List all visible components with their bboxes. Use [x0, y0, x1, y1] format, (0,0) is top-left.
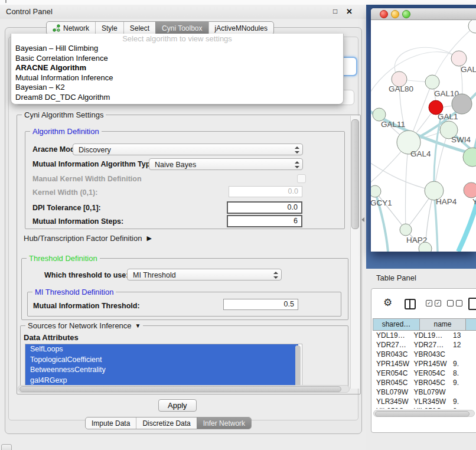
network-node-gcy1[interactable]: [371, 185, 381, 197]
network-node-label-y: Y: [472, 197, 476, 206]
table-row[interactable]: YDR27…YDR27…12: [373, 340, 476, 350]
mi-algorithm-type-label: Mutual Information Algorithm Type:: [32, 160, 157, 168]
tab-discretize-data[interactable]: Discretize Data: [136, 418, 196, 429]
network-node-y[interactable]: [464, 182, 476, 198]
sources-group-title-row[interactable]: Sources for Network Inference ▼: [25, 321, 143, 330]
tab-infer-network[interactable]: Infer Network: [197, 418, 251, 429]
aracne-mode-select[interactable]: Discovery: [73, 144, 303, 155]
network-window-titlebar[interactable]: [371, 8, 476, 20]
gear-icon[interactable]: ⚙: [383, 297, 392, 309]
which-threshold-select[interactable]: MI Threshold: [127, 269, 282, 281]
threshold-definition-title: Threshold Definition: [27, 254, 100, 263]
control-panel-title: Control Panel: [6, 5, 53, 19]
apply-button[interactable]: Apply: [158, 399, 197, 412]
checked-box-icon: ✓: [435, 300, 441, 306]
which-threshold-value: MI Threshold: [133, 271, 176, 279]
tab-jactivemnodules[interactable]: jActiveMNodules: [208, 22, 273, 34]
minimize-window-icon[interactable]: [391, 10, 399, 18]
settings-hscrollbar[interactable]: [18, 385, 350, 393]
close-panel-icon[interactable]: ✕: [346, 7, 353, 16]
corner-button[interactable]: [1, 444, 12, 450]
panel-splitter-handle[interactable]: [361, 217, 364, 222]
close-window-icon[interactable]: [380, 10, 388, 18]
dropdown-item-basic-correlation-inference[interactable]: Basic Correlation Inference: [11, 54, 343, 64]
attribute-item-selfloops[interactable]: SelfLoops: [25, 344, 298, 355]
table-row[interactable]: YPR145WYPR145W9.: [373, 359, 476, 369]
column-header-name[interactable]: name: [419, 319, 465, 330]
network-node-gal10[interactable]: [425, 75, 439, 89]
column-header-shared[interactable]: shared…: [373, 319, 419, 330]
kernel-width-field[interactable]: 0.0: [229, 186, 302, 197]
tab-style[interactable]: Style: [95, 22, 123, 34]
sources-group-title: Sources for Network Inference: [28, 321, 132, 330]
table-row[interactable]: YBR043CYBR043C: [373, 350, 476, 359]
algorithm-dropdown: Select algorithm to view settingsBayesia…: [11, 34, 344, 105]
attribute-item-gal4rgexp[interactable]: gal4RGexp: [25, 376, 298, 386]
dropdown-item-mutual-information-inference[interactable]: Mutual Information Inference: [11, 73, 343, 83]
tab-network[interactable]: Network: [47, 22, 95, 34]
float-window-icon[interactable]: □: [333, 7, 337, 16]
mi-algorithm-type-select[interactable]: Naive Bayes: [149, 158, 303, 170]
network-node-label-hap4: HAP4: [436, 197, 457, 206]
network-node-hap2[interactable]: [400, 224, 412, 236]
network-node-gal[interactable]: [451, 51, 467, 66]
collapsed-arrow-icon[interactable]: ▶: [146, 234, 151, 242]
network-canvas[interactable]: GALGAL80GAL10GAL1GAL11SWI4GAL4GCY1HAP4YH…: [371, 20, 476, 252]
table-cell: 12: [447, 340, 476, 350]
split-columns-icon[interactable]: [405, 299, 416, 309]
table-row[interactable]: YBL079WYBL079W: [373, 387, 476, 397]
dpi-tolerance-field[interactable]: 0.0: [227, 201, 302, 214]
expanded-arrow-icon[interactable]: ▼: [135, 322, 141, 329]
screen: { "window": {"title": "Control Panel"}, …: [0, 0, 476, 450]
network-node-gal11[interactable]: [373, 108, 386, 121]
table-row[interactable]: YDL19…YDL19…13: [373, 331, 476, 340]
zoom-window-icon[interactable]: [402, 10, 410, 18]
hub-transcription-section[interactable]: Hub/Transcription Factor Definition ▶: [24, 234, 152, 243]
column-header-2[interactable]: [465, 319, 476, 330]
dropdown-item-aracne-algorithm[interactable]: ARACNE Algorithm: [11, 63, 343, 73]
dropdown-item-dream8-dc-tdc-algorithm[interactable]: Dream8 DC_TDC Algorithm: [11, 93, 343, 103]
network-node-label-gal80: GAL80: [389, 84, 413, 93]
select-checkboxes-icon[interactable]: ✓ ✓: [426, 300, 441, 306]
table-cell: YBR043C: [410, 350, 447, 359]
dropdown-item-bayesian-k2[interactable]: Bayesian – K2: [11, 83, 343, 93]
table-cell: YLR345W: [373, 397, 410, 406]
table-row[interactable]: YLR345WYLR345W9.: [373, 397, 476, 406]
table-cell: 9.: [447, 359, 476, 369]
attribute-item-topologicalcoefficient[interactable]: TopologicalCoefficient: [25, 355, 298, 366]
attribute-item-betweennesscentrality[interactable]: BetweennessCentrality: [25, 365, 298, 376]
mi-steps-field[interactable]: 6: [227, 215, 302, 227]
settings-scrollbar-thumb[interactable]: [351, 119, 359, 229]
table-row[interactable]: YER054CYER054C8.: [373, 369, 476, 378]
table-body: YDL19…YDL19…13YDR27…YDR27…12YBR043CYBR04…: [373, 331, 476, 409]
tab-label: Cyni Toolbox: [162, 24, 202, 32]
tab-impute-data[interactable]: Impute Data: [86, 418, 136, 429]
network-node-label-gal11: GAL11: [381, 120, 405, 129]
network-view-window[interactable]: GALGAL80GAL10GAL1GAL11SWI4GAL4GCY1HAP4YH…: [371, 8, 476, 252]
tab-select[interactable]: Select: [123, 22, 155, 34]
which-threshold-label: Which threshold to use:: [44, 271, 128, 279]
deselect-checkboxes-icon[interactable]: [447, 300, 462, 306]
mi-steps-label: Mutual Information Steps:: [32, 217, 123, 226]
table-cell: YER054C: [373, 369, 410, 378]
settings-hscrollbar-thumb[interactable]: [19, 386, 341, 392]
manual-kernel-width-checkbox[interactable]: [297, 174, 306, 183]
attributes-list-scrollbar[interactable]: [295, 345, 301, 387]
table-hscrollbar[interactable]: [373, 410, 475, 417]
spinner-arrows-icon: [273, 272, 278, 279]
table-toolbar: ⚙ ✓ ✓: [371, 292, 476, 315]
table-cell: 9.: [447, 397, 476, 406]
table-hscrollbar-thumb[interactable]: [375, 411, 470, 417]
table-cell: YLR345W: [410, 397, 447, 406]
dropdown-item-bayesian-hill-climbing[interactable]: Bayesian – Hill Climbing: [11, 44, 343, 54]
control-panel-header: [0, 5, 366, 19]
unchecked-box-icon: [456, 300, 462, 306]
network-node[interactable]: [452, 94, 472, 114]
mi-threshold-field[interactable]: 0.5: [223, 299, 298, 310]
document-icon[interactable]: [468, 298, 476, 310]
table-cell: YIL052C: [373, 406, 410, 409]
table-row[interactable]: YBR045CYBR045C9.: [373, 378, 476, 387]
table-row[interactable]: YIL052CYIL052C9.: [373, 406, 476, 409]
manual-kernel-width-label: Manual Kernel Width Definition: [32, 175, 142, 183]
tab-cyni-toolbox[interactable]: Cyni Toolbox: [155, 22, 208, 34]
